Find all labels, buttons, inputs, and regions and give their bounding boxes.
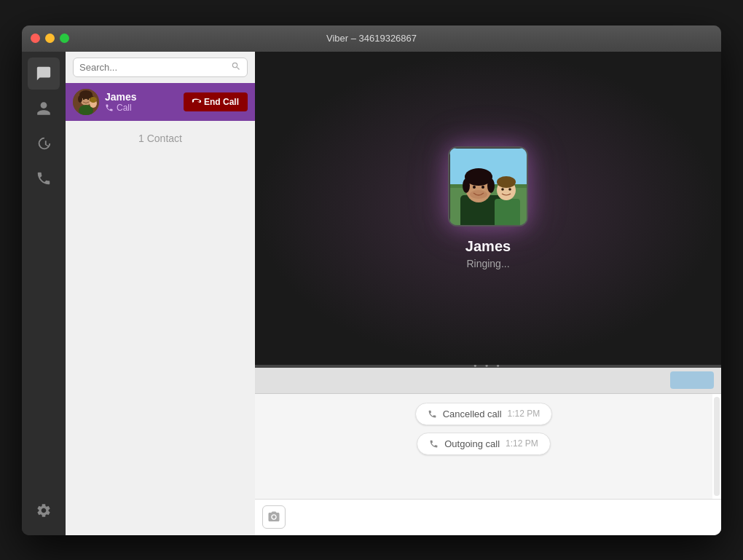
contact-count: 1 Contact — [66, 121, 255, 156]
search-input[interactable] — [79, 62, 231, 73]
sidebar-item-contacts[interactable] — [28, 92, 60, 125]
svg-point-26 — [508, 188, 511, 191]
svg-point-6 — [83, 98, 84, 99]
chat-messages: Cancelled call 1:12 PM Outgoing call 1:1… — [255, 394, 712, 499]
camera-icon — [267, 510, 280, 524]
svg-rect-22 — [495, 199, 520, 226]
contact-panel: James Call End Call 1 Contact — [66, 52, 255, 535]
outgoing-call-icon — [429, 439, 439, 449]
svg-point-25 — [501, 188, 504, 191]
sidebar-item-recents[interactable] — [28, 127, 60, 159]
camera-button[interactable] — [262, 505, 286, 529]
search-bar — [66, 52, 255, 83]
svg-point-19 — [473, 186, 476, 189]
message-input[interactable] — [291, 511, 714, 523]
svg-point-18 — [487, 178, 495, 193]
caller-name: James — [105, 91, 184, 103]
svg-point-9 — [90, 97, 97, 103]
close-button[interactable] — [31, 33, 40, 43]
svg-point-17 — [463, 178, 470, 193]
search-wrapper[interactable] — [73, 58, 248, 77]
call-log-icon — [428, 409, 437, 419]
sidebar — [22, 52, 66, 535]
active-call-item[interactable]: James Call End Call — [66, 83, 255, 121]
chat-input-row — [255, 499, 721, 535]
caller-status-display: Ringing... — [466, 258, 509, 269]
sidebar-item-settings[interactable] — [28, 494, 60, 527]
phone-icon — [105, 103, 114, 112]
cancelled-call-time: 1:12 PM — [508, 409, 540, 419]
call-status: Call — [105, 103, 184, 113]
app-window: Viber – 34619326867 — [22, 25, 721, 535]
call-area: James Ringing... — [255, 52, 721, 365]
end-call-icon — [192, 98, 201, 106]
minimize-button[interactable] — [45, 33, 55, 43]
caller-photo — [448, 146, 528, 226]
cancelled-call-bubble: Cancelled call 1:12 PM — [415, 403, 553, 425]
maximize-button[interactable] — [60, 33, 69, 43]
main-row: James Call End Call 1 Contact — [22, 52, 721, 535]
right-panel: James Ringing... • • • — [255, 52, 721, 535]
svg-point-3 — [78, 95, 82, 103]
chat-scrollbar[interactable] — [714, 397, 720, 496]
window-title: Viber – 34619326867 — [326, 33, 417, 44]
caller-photo-wrapper — [448, 146, 528, 226]
sidebar-item-dialpad[interactable] — [28, 162, 60, 194]
chat-panel: Cancelled call 1:12 PM Outgoing call 1:1… — [255, 368, 721, 535]
call-status-text: Call — [117, 103, 132, 113]
chat-header — [255, 368, 721, 394]
cancelled-call-text: Cancelled call — [443, 409, 502, 419]
end-call-button[interactable]: End Call — [184, 92, 248, 111]
svg-point-24 — [497, 176, 516, 188]
svg-point-7 — [87, 98, 89, 99]
caller-name-display: James — [465, 238, 511, 255]
outgoing-call-text: Outgoing call — [444, 438, 500, 449]
sidebar-item-chat[interactable] — [28, 58, 60, 90]
end-call-label: End Call — [204, 97, 239, 107]
outgoing-call-time: 1:12 PM — [506, 438, 538, 449]
traffic-lights — [31, 33, 69, 43]
call-avatar — [73, 89, 99, 115]
header-action-btn[interactable] — [670, 371, 714, 389]
title-bar: Viber – 34619326867 — [22, 25, 721, 52]
call-info: James Call — [105, 91, 184, 113]
search-icon — [231, 61, 241, 74]
svg-point-20 — [481, 186, 484, 189]
chat-messages-row: Cancelled call 1:12 PM Outgoing call 1:1… — [255, 394, 721, 499]
svg-point-21 — [470, 190, 487, 199]
outgoing-call-bubble: Outgoing call 1:12 PM — [417, 433, 551, 455]
